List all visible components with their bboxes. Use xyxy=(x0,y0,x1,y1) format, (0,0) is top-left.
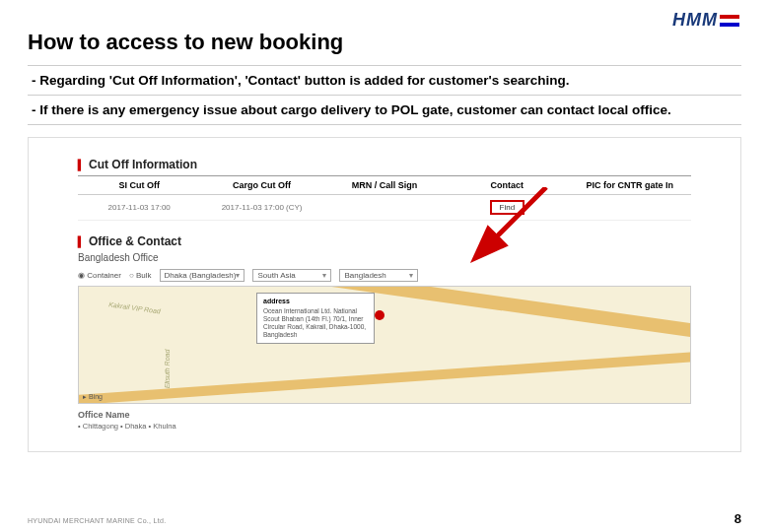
callout-body: Ocean International Ltd. National Scout … xyxy=(263,307,366,337)
select-country[interactable]: Bangladesh xyxy=(339,269,418,282)
road-label: Kakrail VIP Road xyxy=(108,300,162,314)
cell-mrn xyxy=(323,195,446,221)
cutoff-table: SI Cut Off Cargo Cut Off MRN / Call Sign… xyxy=(78,175,691,221)
bullet-item: - If there is any emergency issue about … xyxy=(28,96,741,125)
cell-contact: Find xyxy=(446,195,568,221)
address-callout: address Ocean International Ltd. Nationa… xyxy=(256,293,375,344)
footer-company: HYUNDAI MERCHANT MARINE Co., Ltd. xyxy=(28,517,166,524)
radio-bulk[interactable]: ○ Bulk xyxy=(129,271,152,280)
bing-attribution: ▸ Bing xyxy=(83,393,103,401)
office-sub: Bangladesh Office xyxy=(78,252,691,263)
callout-title: address xyxy=(263,298,368,305)
col-contact: Contact xyxy=(446,176,568,195)
select-region[interactable]: South Asia xyxy=(252,269,331,282)
office-heading: Office & Contact xyxy=(78,234,691,248)
col-mrn: MRN / Call Sign xyxy=(323,176,446,195)
cutoff-heading: Cut Off Information xyxy=(78,158,691,171)
map-pin-icon xyxy=(375,310,384,320)
page-title: How to access to new booking xyxy=(0,0,769,65)
radio-container[interactable]: ◉ Container xyxy=(78,271,121,280)
cell-pic xyxy=(569,195,691,221)
bullet-item: - Regarding 'Cut Off Information', 'Cont… xyxy=(28,65,741,96)
page-number: 8 xyxy=(734,511,741,526)
cell-cargo: 2017-11-03 17:00 (CY) xyxy=(200,195,322,221)
office-name-label: Office Name xyxy=(78,410,691,420)
hmm-logo: HMM xyxy=(672,10,739,31)
screenshot-panel: Cut Off Information SI Cut Off Cargo Cut… xyxy=(28,137,741,452)
map-panel[interactable]: Kakrail VIP Road Elisuth Road address Oc… xyxy=(78,286,691,404)
logo-text: HMM xyxy=(672,10,718,30)
bullet-list: - Regarding 'Cut Off Information', 'Cont… xyxy=(28,65,741,125)
cell-si: 2017-11-03 17:00 xyxy=(78,195,200,221)
city-list: • Chittagong • Dhaka • Khulna xyxy=(78,422,691,431)
col-si: SI Cut Off xyxy=(78,176,200,195)
road-label: Elisuth Road xyxy=(164,350,171,389)
flag-icon xyxy=(720,15,739,27)
col-pic: PIC for CNTR gate In xyxy=(569,176,691,195)
find-button[interactable]: Find xyxy=(490,200,525,215)
col-cargo: Cargo Cut Off xyxy=(200,176,322,195)
select-city[interactable]: Dhaka (Bangladesh) xyxy=(160,269,245,282)
filter-row: ◉ Container ○ Bulk Dhaka (Bangladesh) So… xyxy=(78,269,691,282)
